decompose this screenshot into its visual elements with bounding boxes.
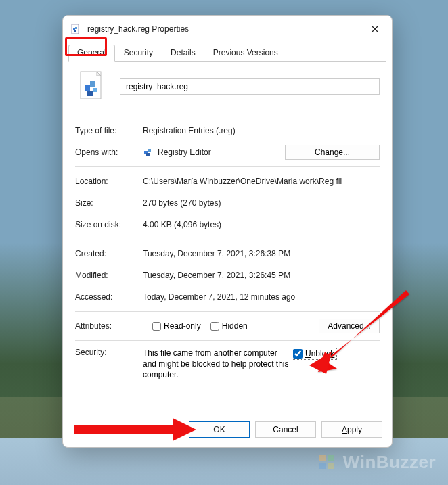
created-value: Tuesday, December 7, 2021, 3:26:38 PM xyxy=(143,249,380,258)
svg-rect-1 xyxy=(73,28,75,30)
tab-details[interactable]: Details xyxy=(162,45,204,62)
svg-rect-8 xyxy=(93,88,97,92)
location-value: C:\Users\María Winbuzzer\OneDrive\Maria … xyxy=(143,177,380,186)
watermark-icon xyxy=(317,453,338,473)
change-button[interactable]: Change... xyxy=(285,145,380,160)
size-value: 270 bytes (270 bytes) xyxy=(143,198,380,208)
properties-dialog: registry_hack.reg Properties General Sec… xyxy=(62,15,393,448)
divider xyxy=(75,340,380,341)
security-text: This file came from another computer and… xyxy=(143,348,292,381)
svg-rect-2 xyxy=(75,27,77,29)
attributes-label: Attributes: xyxy=(75,321,143,331)
svg-rect-5 xyxy=(85,85,90,91)
modified-label: Modified: xyxy=(75,271,143,280)
watermark: WinBuzzer xyxy=(317,452,436,473)
svg-rect-6 xyxy=(90,81,95,87)
accessed-value: Today, December 7, 2021, 12 minutes ago xyxy=(143,292,380,302)
svg-rect-17 xyxy=(319,463,326,469)
svg-rect-16 xyxy=(328,455,334,461)
tab-previous-versions[interactable]: Previous Versions xyxy=(204,45,287,62)
opens-with-label: Opens with: xyxy=(75,147,143,157)
type-of-file-label: Type of file: xyxy=(75,126,143,135)
filename-input[interactable] xyxy=(120,78,380,95)
svg-rect-18 xyxy=(328,463,334,469)
svg-rect-3 xyxy=(74,30,76,32)
size-on-disk-label: Size on disk: xyxy=(75,220,143,229)
svg-rect-11 xyxy=(146,153,150,156)
close-button[interactable] xyxy=(365,21,385,37)
svg-rect-15 xyxy=(319,455,326,461)
registry-editor-icon xyxy=(143,146,154,159)
location-label: Location: xyxy=(75,177,143,186)
file-type-icon xyxy=(75,70,109,103)
opens-with-value: Registry Editor xyxy=(158,147,211,157)
divider xyxy=(75,239,380,239)
tab-general[interactable]: General xyxy=(68,45,115,62)
ok-button[interactable]: OK xyxy=(189,421,250,438)
svg-rect-7 xyxy=(87,91,93,96)
divider xyxy=(75,311,380,312)
titlebar: registry_hack.reg Properties xyxy=(63,16,392,40)
divider xyxy=(75,166,380,167)
hidden-checkbox[interactable] xyxy=(210,322,219,331)
advanced-button[interactable]: Advanced... xyxy=(319,319,380,333)
apply-button[interactable]: Apply xyxy=(321,421,382,438)
hidden-label: Hidden xyxy=(222,321,248,331)
readonly-checkbox[interactable] xyxy=(152,322,161,331)
accessed-label: Accessed: xyxy=(75,292,143,302)
reg-file-icon xyxy=(70,23,82,35)
readonly-checkbox-wrap[interactable]: Read-only xyxy=(152,321,201,331)
unblock-label: Unblock xyxy=(305,349,334,359)
size-label: Size: xyxy=(75,198,143,208)
hidden-checkbox-wrap[interactable]: Hidden xyxy=(210,321,248,331)
tab-security[interactable]: Security xyxy=(115,45,162,62)
window-title: registry_hack.reg Properties xyxy=(87,24,359,34)
modified-value: Tuesday, December 7, 2021, 3:26:45 PM xyxy=(143,271,380,280)
svg-rect-10 xyxy=(148,149,151,152)
type-of-file-value: Registration Entries (.reg) xyxy=(143,126,380,135)
unblock-checkbox-wrap[interactable]: Unblock xyxy=(292,348,337,360)
cancel-button[interactable]: Cancel xyxy=(255,421,316,438)
readonly-label: Read-only xyxy=(164,321,201,331)
created-label: Created: xyxy=(75,249,143,258)
close-icon xyxy=(371,25,379,33)
tab-strip: General Security Details Previous Versio… xyxy=(68,44,386,62)
divider xyxy=(75,116,380,116)
size-on-disk-value: 4.00 KB (4,096 bytes) xyxy=(143,220,380,229)
tab-content: Type of file: Registration Entries (.reg… xyxy=(63,62,392,415)
dialog-button-bar: OK Cancel Apply xyxy=(63,415,392,447)
unblock-checkbox[interactable] xyxy=(293,349,303,359)
security-label: Security: xyxy=(75,348,143,357)
